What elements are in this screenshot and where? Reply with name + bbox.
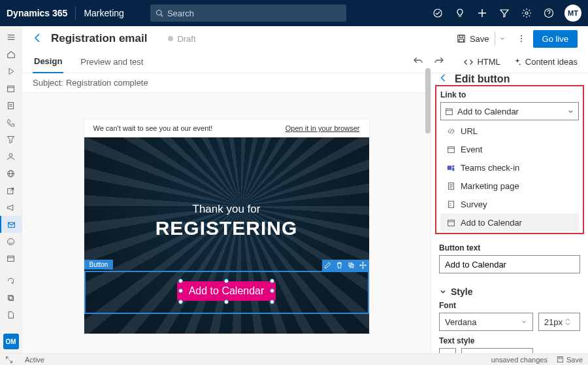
- global-nav: Dynamics 365 Marketing Search MT: [0, 0, 588, 26]
- font-label: Font: [439, 301, 580, 310]
- undo-button[interactable]: [413, 56, 423, 68]
- canvas: Subject: Registration complete We can't …: [22, 73, 431, 353]
- more-menu[interactable]: [514, 31, 529, 46]
- tabs-row: Design Preview and test HTML Content ide…: [22, 51, 588, 73]
- svg-point-30: [520, 38, 521, 39]
- go-live-button[interactable]: Go live: [533, 30, 578, 48]
- chevron-down-icon: [521, 319, 527, 325]
- edit-icon[interactable]: [322, 260, 334, 271]
- save-split-chevron[interactable]: [495, 32, 510, 45]
- move-icon[interactable]: [357, 260, 369, 271]
- rail-divider: [0, 267, 22, 272]
- assist-icon[interactable]: [427, 0, 448, 26]
- option-event[interactable]: Event: [440, 140, 579, 158]
- style-accordion[interactable]: Style: [439, 287, 580, 297]
- resize-handle[interactable]: [224, 300, 229, 304]
- option-url[interactable]: URL: [440, 122, 579, 140]
- rail-play[interactable]: [0, 63, 22, 80]
- user-avatar[interactable]: MT: [564, 5, 581, 22]
- option-survey[interactable]: Survey: [440, 195, 579, 213]
- html-button[interactable]: HTML: [464, 57, 500, 67]
- content-ideas-button[interactable]: Content ideas: [514, 57, 578, 67]
- sparkle-icon: [514, 58, 521, 66]
- svg-rect-34: [446, 109, 453, 114]
- rail-clipboard[interactable]: [0, 97, 22, 114]
- save-button[interactable]: Save: [454, 31, 492, 46]
- resize-handle[interactable]: [224, 279, 229, 283]
- svg-rect-27: [459, 35, 463, 38]
- delete-icon[interactable]: [334, 260, 346, 271]
- rail-megaphone[interactable]: [0, 199, 22, 216]
- resize-handle[interactable]: [178, 279, 183, 283]
- preheader-text: We can't wait to see you at our event!: [93, 124, 213, 132]
- rail-person[interactable]: [0, 148, 22, 165]
- svg-rect-47: [557, 356, 563, 362]
- duplicate-icon[interactable]: [346, 260, 357, 271]
- status-save[interactable]: Save: [557, 356, 583, 364]
- rail-window[interactable]: [0, 250, 22, 267]
- gear-icon[interactable]: [516, 0, 537, 26]
- svg-point-15: [9, 153, 12, 156]
- resize-handle[interactable]: [270, 279, 274, 283]
- resize-handle[interactable]: [178, 288, 183, 293]
- page-icon: [447, 182, 455, 190]
- button-text-input[interactable]: [439, 255, 580, 273]
- lightbulb-icon[interactable]: [449, 0, 470, 26]
- link-to-highlight: Link to Add to Calendar URL Event Teams …: [435, 85, 584, 234]
- om-badge[interactable]: OM: [3, 334, 19, 349]
- rail-smile[interactable]: [0, 233, 22, 250]
- text-color-swatch[interactable]: [439, 348, 456, 353]
- hero-line2: REGISTERING: [84, 217, 369, 239]
- font-size-input[interactable]: 21px: [538, 313, 580, 331]
- rail-calendar[interactable]: [0, 80, 22, 97]
- subject-value: Registration complete: [66, 78, 148, 88]
- svg-point-29: [520, 35, 521, 37]
- add-icon[interactable]: [472, 0, 493, 26]
- link-to-label: Link to: [440, 90, 579, 99]
- resize-handle[interactable]: [178, 300, 183, 304]
- scrollbar-thumb[interactable]: [425, 68, 431, 133]
- panel-title: Edit button: [455, 73, 510, 85]
- option-teams[interactable]: Teams check-in: [440, 158, 579, 177]
- link-to-dropdown[interactable]: Add to Calendar: [440, 102, 579, 120]
- redo-button[interactable]: [434, 56, 444, 68]
- rail-menu[interactable]: [0, 29, 22, 46]
- status-bar: Active unsaved changes Save: [0, 353, 588, 365]
- text-color-hex[interactable]: [461, 348, 533, 353]
- button-block-selection[interactable]: Button Add to Calendar: [84, 271, 369, 314]
- option-marketing[interactable]: Marketing page: [440, 177, 579, 195]
- svg-point-5: [525, 12, 528, 14]
- global-search[interactable]: Search: [150, 5, 346, 22]
- svg-rect-25: [9, 296, 14, 301]
- rail-home[interactable]: [0, 46, 22, 63]
- calendar-icon: [445, 107, 453, 116]
- hero-line1: Thank you for: [84, 203, 369, 216]
- chevron-down-icon: [439, 288, 447, 296]
- rail-funnel[interactable]: [0, 131, 22, 148]
- svg-rect-44: [448, 201, 453, 207]
- resize-handle[interactable]: [270, 288, 274, 293]
- chevron-down-icon: [567, 108, 574, 115]
- tab-preview[interactable]: Preview and test: [79, 51, 144, 73]
- panel-back-arrow[interactable]: [439, 73, 448, 85]
- tab-design[interactable]: Design: [33, 51, 63, 73]
- rail-export[interactable]: [0, 182, 22, 199]
- open-in-browser-link[interactable]: Open it in your browser: [286, 124, 360, 132]
- expand-icon[interactable]: [5, 356, 13, 364]
- filter-icon[interactable]: [494, 0, 515, 26]
- rail-globe[interactable]: [0, 165, 22, 182]
- subject-bar[interactable]: Subject: Registration complete: [22, 73, 431, 93]
- rail-refresh[interactable]: [0, 272, 22, 289]
- cta-button[interactable]: Add to Calendar: [177, 281, 276, 301]
- rail-doc[interactable]: [0, 306, 22, 323]
- rail-copy[interactable]: [0, 289, 22, 306]
- step-down-icon[interactable]: [565, 322, 570, 326]
- rail-mail[interactable]: [0, 216, 22, 233]
- option-calendar[interactable]: Add to Calendar: [440, 213, 579, 232]
- font-select[interactable]: Verdana: [439, 313, 533, 331]
- resize-handle[interactable]: [270, 300, 274, 304]
- back-arrow[interactable]: [33, 33, 43, 45]
- rail-phone[interactable]: [0, 114, 22, 131]
- app-area: Marketing: [84, 8, 123, 18]
- help-icon[interactable]: [538, 0, 559, 26]
